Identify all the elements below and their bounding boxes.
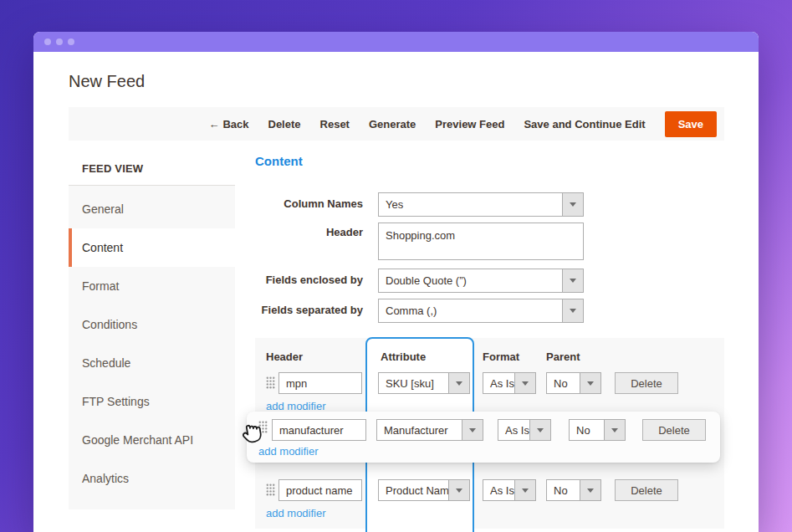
- delete-row-button[interactable]: Delete: [615, 479, 678, 501]
- chevron-down-icon: [462, 420, 483, 440]
- grid-column-parent: Parent: [546, 350, 580, 363]
- chevron-down-icon: [562, 269, 583, 292]
- dragged-row-card[interactable]: Manufacturer As Is No Delete add modifie…: [247, 412, 720, 463]
- parent-select[interactable]: No: [546, 479, 601, 501]
- attribute-select[interactable]: SKU [sku]: [378, 372, 470, 394]
- generate-button[interactable]: Generate: [369, 118, 416, 130]
- save-and-continue-button[interactable]: Save and Continue Edit: [524, 118, 645, 130]
- drag-handle-icon[interactable]: [266, 483, 275, 499]
- sidebar-header: FEED VIEW: [69, 155, 235, 186]
- sidebar-item-general[interactable]: General: [69, 190, 235, 228]
- app-window: New Feed ←Back Delete Reset Generate Pre…: [33, 32, 759, 532]
- chevron-down-icon: [514, 480, 535, 500]
- header-input[interactable]: [278, 479, 362, 501]
- grid-column-format: Format: [483, 350, 519, 363]
- chevron-down-icon: [448, 373, 469, 393]
- window-dot[interactable]: [44, 38, 51, 45]
- column-names-select[interactable]: Yes: [378, 192, 584, 217]
- delete-row-button[interactable]: Delete: [615, 372, 678, 394]
- chevron-down-icon: [514, 373, 535, 393]
- section-title: Content: [255, 154, 303, 168]
- header-textarea[interactable]: Shopping.com: [378, 223, 584, 260]
- add-modifier-link[interactable]: add modifier: [266, 400, 326, 412]
- format-select[interactable]: As Is: [483, 372, 536, 394]
- format-select[interactable]: As Is: [498, 419, 551, 441]
- delete-row-button[interactable]: Delete: [642, 419, 706, 441]
- sidebar-item-analytics[interactable]: Analytics: [69, 459, 235, 498]
- back-label: Back: [222, 118, 248, 130]
- back-button[interactable]: ←Back: [208, 118, 248, 130]
- fields-enclosed-by-select[interactable]: Double Quote (”): [378, 269, 584, 293]
- chevron-down-icon: [580, 373, 600, 393]
- chevron-down-icon: [529, 420, 550, 440]
- format-select[interactable]: As Is: [483, 479, 536, 501]
- parent-select[interactable]: No: [569, 419, 626, 441]
- save-button[interactable]: Save: [665, 111, 717, 137]
- window-dot[interactable]: [68, 38, 74, 45]
- header-input[interactable]: [272, 419, 366, 441]
- fields-enclosed-by-label: Fields enclosed by: [222, 274, 363, 286]
- sidebar-item-conditions[interactable]: Conditions: [69, 305, 235, 344]
- chevron-down-icon: [562, 299, 583, 322]
- chevron-down-icon: [604, 420, 625, 440]
- header-input[interactable]: [278, 372, 362, 394]
- column-names-label: Column Names: [222, 197, 363, 210]
- grid-column-attribute: Attribute: [381, 350, 426, 363]
- fields-separated-by-select[interactable]: Comma (,): [378, 299, 584, 323]
- sidebar-item-ftp-settings[interactable]: FTP Settings: [69, 382, 235, 421]
- sidebar-item-schedule[interactable]: Schedule: [69, 344, 235, 382]
- delete-button[interactable]: Delete: [268, 118, 301, 130]
- chevron-down-icon: [562, 193, 583, 216]
- grab-hand-cursor-icon: [240, 417, 265, 449]
- window-titlebar: [33, 32, 759, 52]
- action-toolbar: ←Back Delete Reset Generate Preview Feed…: [69, 107, 724, 141]
- window-dot[interactable]: [56, 38, 63, 45]
- drag-handle-icon[interactable]: [266, 376, 275, 392]
- sidebar-item-format[interactable]: Format: [69, 267, 235, 305]
- grid-column-header: Header: [266, 350, 303, 363]
- page-title: New Feed: [69, 72, 145, 91]
- back-arrow-icon: ←: [208, 118, 219, 130]
- preview-feed-button[interactable]: Preview Feed: [435, 118, 504, 130]
- attribute-select[interactable]: Manufacturer: [376, 419, 483, 441]
- parent-select[interactable]: No: [546, 372, 601, 394]
- sidebar-item-content[interactable]: Content: [69, 228, 235, 267]
- header-label: Header: [222, 226, 363, 238]
- reset-button[interactable]: Reset: [320, 118, 350, 130]
- add-modifier-link[interactable]: add modifier: [266, 507, 326, 519]
- attribute-select[interactable]: Product Name: [378, 479, 470, 501]
- fields-separated-by-label: Fields separated by: [222, 304, 363, 316]
- sidebar-item-google-merchant-api[interactable]: Google Merchant API: [69, 421, 235, 459]
- chevron-down-icon: [448, 480, 469, 500]
- sidebar-items: General Content Format Conditions Schedu…: [69, 186, 235, 509]
- add-modifier-link[interactable]: add modifier: [258, 445, 319, 458]
- feed-view-sidebar: FEED VIEW General Content Format Conditi…: [69, 155, 235, 509]
- chevron-down-icon: [580, 480, 600, 500]
